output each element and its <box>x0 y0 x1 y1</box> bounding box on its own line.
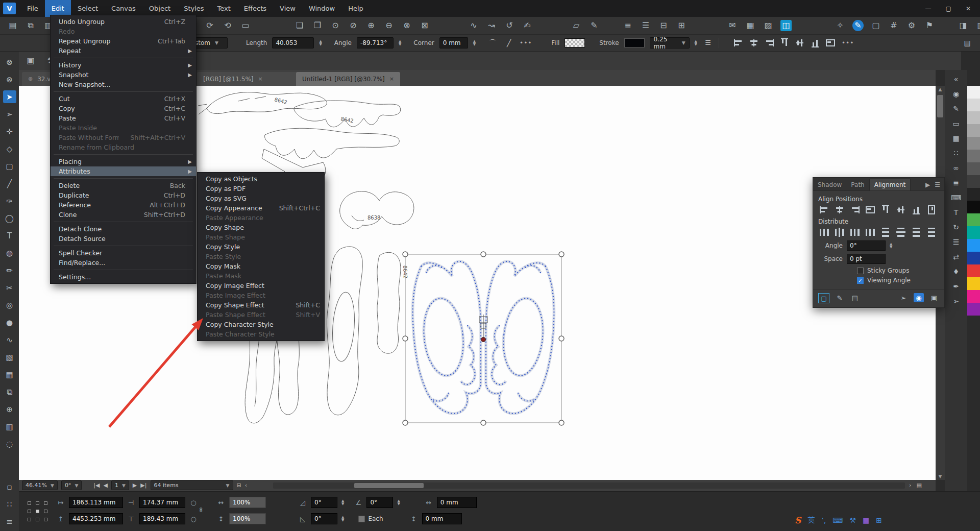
edit-note-icon[interactable]: ✎ <box>589 20 600 31</box>
symbols-panel-icon[interactable]: ∞ <box>953 164 959 172</box>
arrange-page-icon[interactable] <box>824 38 837 47</box>
knife-tool[interactable]: ✂ <box>3 281 16 294</box>
globe-tool[interactable]: ◍ <box>3 247 16 259</box>
next-page-button[interactable]: ▶ <box>133 482 137 489</box>
wave-tool[interactable]: ∿ <box>3 333 16 346</box>
scale-y-input[interactable]: 100% <box>229 513 266 524</box>
submenu-item[interactable]: Copy as PDF <box>198 184 324 194</box>
align-page-vertical-icon[interactable] <box>925 205 938 214</box>
fill-swatch[interactable] <box>565 38 585 47</box>
union-icon[interactable]: ❏ <box>294 20 305 31</box>
marquee-tool[interactable]: ▢ <box>3 160 16 173</box>
layers-dock-icon[interactable]: ▣ <box>25 55 36 66</box>
transform-panel-icon[interactable]: ⇄ <box>953 253 959 261</box>
items-count-select[interactable]: 64 items ▼ <box>151 480 233 490</box>
stroke-width-select[interactable]: 0.25 mm ▼ <box>650 37 690 49</box>
menubar-item[interactable]: Help <box>341 0 370 17</box>
edit-menu-item[interactable]: Placing ▶ <box>51 157 196 166</box>
edit-menu-item[interactable]: Spell Checker <box>51 248 196 258</box>
panel-slot-a-icon[interactable]: ⊗ <box>3 56 16 68</box>
edit-menu-item[interactable] <box>51 152 196 157</box>
skew-y-stepper[interactable]: ▲▼ <box>341 516 344 522</box>
submenu-item[interactable]: Copy Style <box>198 242 324 252</box>
stroke-options-icon[interactable]: ☰ <box>702 37 714 49</box>
edit-menu-item[interactable]: Detach Clone <box>51 224 196 234</box>
color-swatch[interactable] <box>967 303 980 316</box>
angle-input[interactable]: -89.713° <box>357 37 394 49</box>
rotation-select[interactable]: 0° ▼ <box>61 480 82 490</box>
rows-icon[interactable]: ⊟ <box>658 20 669 31</box>
corner-input[interactable]: 0 mm <box>439 37 468 49</box>
toolbox-icon[interactable]: ⚒ <box>849 516 856 524</box>
submenu-item[interactable]: Copy Image Effect <box>198 281 324 291</box>
edit-menu-item[interactable]: Find/Replace... <box>51 258 196 268</box>
position-y-input[interactable]: 4453.253 mm <box>69 513 123 524</box>
align-center-horizontal-icon[interactable] <box>834 205 846 214</box>
artboard-panel-icon[interactable]: ▭ <box>952 119 959 128</box>
node-edit-icon[interactable]: ✎ <box>852 20 864 31</box>
snap-panel-icon[interactable]: ➢ <box>953 297 959 305</box>
symbol-tool[interactable]: ⧉ <box>3 385 16 398</box>
edit-menu-item[interactable]: Repeat ▶ <box>51 46 196 56</box>
align-text-icon[interactable]: ≡ <box>622 20 633 31</box>
arc-corner-icon[interactable]: ⌒ <box>487 37 498 49</box>
submenu-item[interactable]: Paste Character Style <box>198 329 324 339</box>
smooth-curve-icon[interactable]: ↝ <box>486 20 497 31</box>
distribute-top-icon[interactable] <box>879 228 892 237</box>
rotate-ccw-icon[interactable]: ⟲ <box>222 20 233 31</box>
straight-corner-icon[interactable]: ╱ <box>503 37 514 49</box>
vertical-scroll-thumb[interactable] <box>937 95 943 117</box>
arrange-top-icon[interactable] <box>778 38 791 47</box>
color-swatch[interactable] <box>967 86 980 99</box>
color-swatch[interactable] <box>967 162 980 175</box>
lasso-tool[interactable]: ◇ <box>3 142 16 155</box>
document-tab-active[interactable]: Untitled-1 [RGB] [@30.7%] × <box>296 72 400 86</box>
edit-menu-item[interactable]: Settings... <box>51 272 196 282</box>
flag-icon[interactable]: ⚑ <box>924 20 935 31</box>
freehand-icon[interactable]: ∿ <box>468 20 479 31</box>
hatch-tool[interactable]: ▥ <box>3 420 16 433</box>
color-swatch[interactable] <box>967 277 980 290</box>
distribute-middle-icon[interactable] <box>895 228 907 237</box>
layers-panel-icon[interactable]: ≣ <box>953 179 959 187</box>
exclude-icon[interactable]: ⊘ <box>348 20 359 31</box>
width-input[interactable]: 174.37 mm <box>139 497 185 508</box>
selection-handle[interactable] <box>403 336 408 341</box>
edit-menu-item[interactable] <box>51 176 196 181</box>
shortcuts-panel-icon[interactable]: ⌨ <box>951 194 961 202</box>
chevron-right-icon[interactable]: › <box>909 482 911 489</box>
edit-menu-item[interactable] <box>51 56 196 60</box>
pattern-tool[interactable]: ▦ <box>3 368 16 381</box>
submenu-item[interactable]: Copy Mask <box>198 261 324 271</box>
minimize-button[interactable]: — <box>925 5 932 12</box>
stroke-swatch[interactable] <box>624 38 645 47</box>
distribute-center-h-icon[interactable] <box>834 228 846 237</box>
color-swatch[interactable] <box>967 239 980 252</box>
submenu-item[interactable]: Copy as SVG <box>198 194 324 203</box>
panel-tab[interactable]: Path <box>846 179 869 190</box>
corner-stepper[interactable]: ▲▼ <box>473 40 476 46</box>
crop-icon[interactable]: ⊠ <box>419 20 430 31</box>
align-left-icon[interactable] <box>818 205 830 214</box>
pen-tool[interactable]: ✑ <box>3 195 16 207</box>
revert-curve-icon[interactable]: ↺ <box>504 20 515 31</box>
edit-menu-item[interactable] <box>51 244 196 248</box>
bounds-mode-icon[interactable]: ▢ <box>818 293 829 303</box>
dock-b-icon[interactable]: ∷ <box>3 498 16 511</box>
edit-menu-item[interactable] <box>51 89 196 94</box>
line-tool[interactable]: ╱ <box>3 177 16 190</box>
mesh-icon[interactable]: ▦ <box>745 20 756 31</box>
edit-menu-item[interactable]: New Snapshot... <box>51 80 196 89</box>
workspace-icon[interactable]: ▥ <box>975 20 980 31</box>
panel-menu-icon[interactable]: ☰ <box>935 181 940 188</box>
direct-selection-tool[interactable]: ➢ <box>3 108 16 120</box>
color-swatch[interactable] <box>967 213 980 226</box>
warp-icon[interactable]: ◫ <box>780 20 792 31</box>
divide-icon[interactable]: ⊕ <box>365 20 377 31</box>
submenu-item[interactable]: Paste Appearance <box>198 213 324 223</box>
selection-tool[interactable]: ➤ <box>3 90 16 103</box>
rotate-view-tool[interactable]: ⊕ <box>3 403 16 416</box>
ellipse-tool[interactable]: ◯ <box>3 212 16 225</box>
each-checkbox[interactable]: Each <box>358 515 383 522</box>
close-tab-icon[interactable]: × <box>258 76 263 82</box>
